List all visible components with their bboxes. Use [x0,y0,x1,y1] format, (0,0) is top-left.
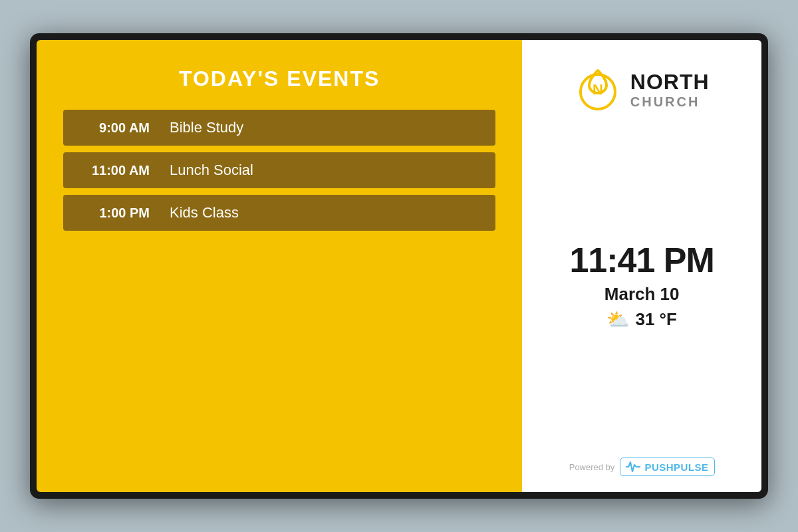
temperature: 31 °F [635,309,676,330]
powered-by: Powered by PUSHPULSE [569,458,715,476]
left-panel: TODAY'S EVENTS 9:00 AM Bible Study 11:00… [37,40,522,492]
svg-text:N: N [593,81,603,98]
time-display: 11:41 PM [569,240,714,280]
date-display: March 10 [604,284,680,305]
church-logo: N NORTH CHURCH [575,66,710,113]
event-row-3: 1:00 PM Kids Class [63,195,495,231]
events-title: TODAY'S EVENTS [179,66,380,91]
church-name-block: NORTH CHURCH [630,70,710,108]
event-name-2: Lunch Social [170,162,253,179]
event-time-3: 1:00 PM [76,205,150,221]
datetime-block: 11:41 PM March 10 ⛅ 31 °F [569,240,714,331]
church-logo-icon: N [575,66,621,113]
logo-row: N NORTH CHURCH [575,66,710,113]
weather-display: ⛅ 31 °F [606,309,676,331]
powered-by-label: Powered by [569,462,615,472]
church-name-church: CHURCH [630,94,710,109]
pushpulse-icon [626,461,640,473]
event-time-1: 9:00 AM [76,120,150,136]
right-panel: N NORTH CHURCH 11:41 PM March 10 ⛅ 31 °F [522,40,761,492]
pushpulse-text: PUSHPULSE [644,462,708,473]
event-name-1: Bible Study [170,119,243,136]
tv-frame: TODAY'S EVENTS 9:00 AM Bible Study 11:00… [30,33,768,499]
tv-screen: TODAY'S EVENTS 9:00 AM Bible Study 11:00… [37,40,761,492]
event-row-1: 9:00 AM Bible Study [63,110,495,146]
event-row-2: 11:00 AM Lunch Social [63,152,495,188]
event-time-2: 11:00 AM [76,163,150,178]
pushpulse-logo: PUSHPULSE [620,458,714,476]
events-list: 9:00 AM Bible Study 11:00 AM Lunch Socia… [63,110,495,231]
event-name-3: Kids Class [170,204,239,221]
cloud-icon: ⛅ [606,309,630,331]
church-name-north: NORTH [630,70,710,94]
